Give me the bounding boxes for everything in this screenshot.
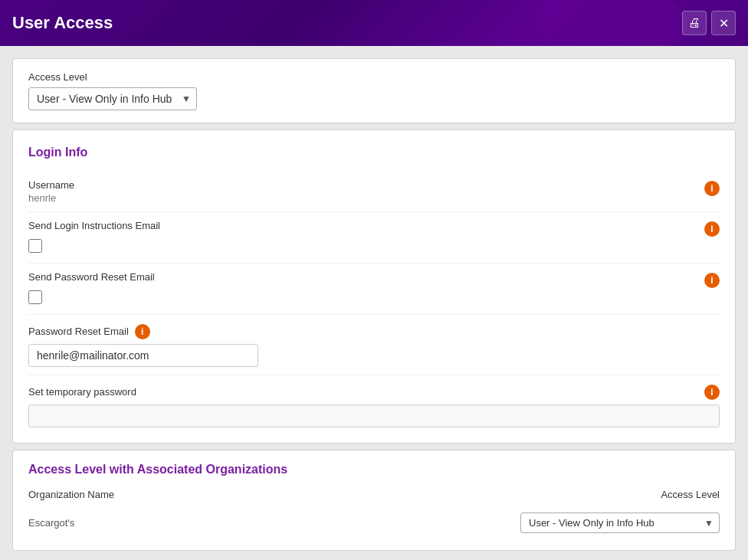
temp-password-full: Set temporary password i [28,383,720,427]
access-level-select[interactable]: User - View Only in Info Hub Admin Super… [28,87,197,110]
associated-orgs-title: Access Level with Associated Organizatio… [28,463,720,476]
org-table-header: Organization Name Access Level [28,489,720,500]
page-title: User Access [12,13,113,33]
username-row: Username henrle i [28,172,720,212]
org-access-level-select-wrapper: User - View Only in Info Hub Admin Super… [520,513,720,533]
org-name-col-header: Organization Name [28,489,114,500]
org-row: Escargot's User - View Only in Info Hub … [28,508,720,538]
username-left: Username henrle [28,179,704,204]
associated-orgs-section: Access Level with Associated Organizatio… [12,450,736,551]
send-login-email-row: Send Login Instructions Email i [28,212,720,264]
print-icon: 🖨 [688,16,700,30]
username-value: henrle [28,192,704,204]
send-password-reset-row: Send Password Reset Email i [28,264,720,315]
org-name-value: Escargot's [28,517,74,529]
send-password-reset-info-icon[interactable]: i [704,273,720,288]
password-reset-email-input[interactable] [28,344,258,367]
password-reset-email-label: Password Reset Email [28,326,129,337]
password-reset-email-row: Password Reset Email i [28,315,720,375]
send-login-email-checkbox[interactable] [28,239,42,253]
close-button[interactable]: ✕ [711,11,736,35]
send-password-reset-checkbox[interactable] [28,290,42,304]
header: User Access 🖨 ✕ [0,0,748,46]
close-icon: ✕ [719,16,729,31]
login-info-section: Login Info Username henrle i Send Login … [12,129,736,444]
username-label: Username [28,179,704,191]
login-info-title: Login Info [28,146,720,159]
send-login-email-info-icon[interactable]: i [704,221,720,237]
set-temp-password-label: Set temporary password [28,386,136,398]
main-content: Access Level User - View Only in Info Hu… [0,46,748,560]
send-login-email-label: Send Login Instructions Email [28,220,704,231]
org-access-level-select[interactable]: User - View Only in Info Hub Admin Super… [520,513,720,533]
temp-password-label-row: Set temporary password i [28,383,720,400]
access-level-col-header: Access Level [661,489,720,500]
set-temp-password-row: Set temporary password i [28,375,720,427]
set-temp-password-input[interactable] [28,404,720,427]
set-temp-password-info-icon[interactable]: i [704,385,720,400]
access-level-select-wrapper: User - View Only in Info Hub Admin Super… [28,87,197,110]
send-login-email-left: Send Login Instructions Email [28,220,704,255]
print-button[interactable]: 🖨 [682,11,707,35]
password-reset-email-inline-info-icon[interactable]: i [135,324,150,339]
username-info-icon[interactable]: i [704,181,720,196]
header-actions: 🖨 ✕ [682,11,736,35]
send-password-reset-left: Send Password Reset Email [28,271,704,306]
access-level-section: Access Level User - View Only in Info Hu… [12,58,736,123]
send-password-reset-label: Send Password Reset Email [28,271,704,283]
access-level-label: Access Level [28,71,720,83]
password-reset-email-left: Password Reset Email i [28,323,704,367]
